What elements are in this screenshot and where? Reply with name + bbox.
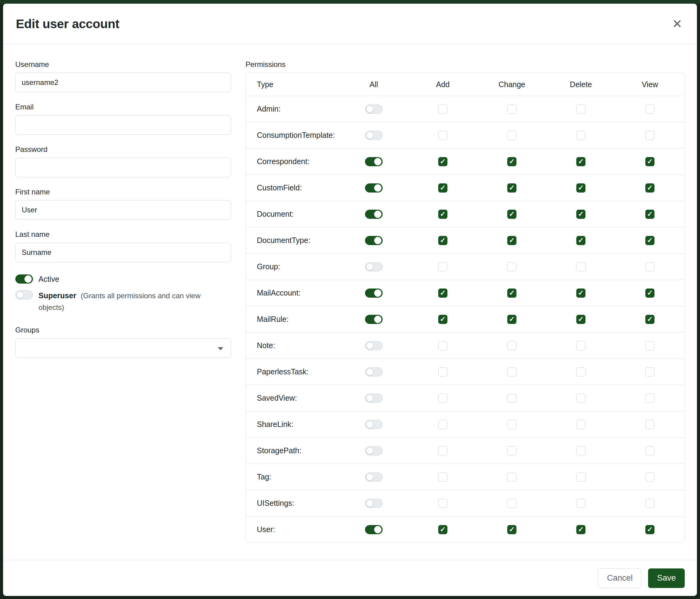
groups-select[interactable] bbox=[15, 338, 231, 358]
permission-view-checkbox[interactable] bbox=[645, 104, 654, 114]
modal-footer: Cancel Save bbox=[3, 560, 697, 596]
permission-change-checkbox[interactable] bbox=[507, 157, 517, 166]
permission-change-checkbox[interactable] bbox=[507, 525, 517, 534]
permission-change-checkbox[interactable] bbox=[507, 446, 517, 455]
permission-add-checkbox[interactable] bbox=[438, 446, 447, 455]
permission-delete-checkbox[interactable] bbox=[576, 473, 585, 482]
permission-change-checkbox[interactable] bbox=[507, 262, 517, 271]
permission-view-checkbox[interactable] bbox=[645, 525, 654, 534]
permission-change-checkbox[interactable] bbox=[507, 210, 517, 219]
email-input[interactable] bbox=[15, 115, 231, 135]
permission-delete-checkbox[interactable] bbox=[576, 446, 585, 455]
permission-all-toggle[interactable] bbox=[365, 183, 383, 193]
permission-all-toggle[interactable] bbox=[365, 393, 383, 403]
permission-change-checkbox[interactable] bbox=[507, 499, 517, 508]
permission-add-checkbox[interactable] bbox=[438, 367, 447, 377]
permission-delete-checkbox[interactable] bbox=[576, 341, 585, 350]
permission-view-checkbox[interactable] bbox=[645, 341, 654, 350]
permission-delete-checkbox[interactable] bbox=[576, 104, 585, 114]
permission-view-checkbox[interactable] bbox=[645, 262, 654, 271]
permission-view-checkbox[interactable] bbox=[645, 420, 654, 429]
permission-delete-checkbox[interactable] bbox=[576, 499, 585, 508]
modal-body: Username Email Password First name Last … bbox=[3, 44, 697, 560]
permission-add-checkbox[interactable] bbox=[438, 210, 447, 219]
permission-view-checkbox[interactable] bbox=[645, 393, 654, 403]
permission-delete-checkbox[interactable] bbox=[576, 131, 585, 140]
active-toggle[interactable] bbox=[15, 274, 33, 284]
permission-view-checkbox[interactable] bbox=[645, 473, 654, 482]
permission-add-checkbox[interactable] bbox=[438, 183, 447, 193]
permission-add-checkbox[interactable] bbox=[438, 315, 447, 324]
permission-view-checkbox[interactable] bbox=[645, 131, 654, 140]
permission-all-toggle[interactable] bbox=[365, 236, 383, 245]
permission-all-toggle[interactable] bbox=[365, 341, 383, 350]
permission-add-checkbox[interactable] bbox=[438, 262, 447, 271]
permission-add-checkbox[interactable] bbox=[438, 473, 447, 482]
permission-all-toggle[interactable] bbox=[365, 315, 383, 324]
permission-all-toggle[interactable] bbox=[365, 157, 383, 166]
permission-delete-checkbox[interactable] bbox=[576, 525, 585, 534]
permission-delete-checkbox[interactable] bbox=[576, 315, 585, 324]
permission-add-checkbox[interactable] bbox=[438, 157, 447, 166]
username-input[interactable] bbox=[15, 73, 231, 92]
permission-change-checkbox[interactable] bbox=[507, 473, 517, 482]
permission-add-checkbox[interactable] bbox=[438, 104, 447, 114]
permission-view-checkbox[interactable] bbox=[645, 183, 654, 193]
permission-add-checkbox[interactable] bbox=[438, 525, 447, 534]
permission-view-checkbox[interactable] bbox=[645, 236, 654, 245]
permission-all-toggle[interactable] bbox=[365, 473, 383, 482]
permission-add-checkbox[interactable] bbox=[438, 420, 447, 429]
permission-delete-checkbox[interactable] bbox=[576, 288, 585, 298]
permission-all-toggle[interactable] bbox=[365, 367, 383, 377]
permission-view-checkbox[interactable] bbox=[645, 499, 654, 508]
superuser-toggle[interactable] bbox=[15, 290, 33, 300]
permission-change-checkbox[interactable] bbox=[507, 288, 517, 298]
permission-all-toggle[interactable] bbox=[365, 288, 383, 298]
last-name-input[interactable] bbox=[15, 243, 231, 262]
permission-delete-checkbox[interactable] bbox=[576, 183, 585, 193]
permission-delete-checkbox[interactable] bbox=[576, 210, 585, 219]
permission-delete-checkbox[interactable] bbox=[576, 420, 585, 429]
permission-delete-checkbox[interactable] bbox=[576, 393, 585, 403]
permission-add-checkbox[interactable] bbox=[438, 499, 447, 508]
permission-view-checkbox[interactable] bbox=[645, 288, 654, 298]
permission-view-checkbox[interactable] bbox=[645, 210, 654, 219]
permission-all-toggle[interactable] bbox=[365, 210, 383, 219]
permission-all-toggle[interactable] bbox=[365, 499, 383, 508]
permission-change-checkbox[interactable] bbox=[507, 236, 517, 245]
permission-add-checkbox[interactable] bbox=[438, 288, 447, 298]
permission-change-checkbox[interactable] bbox=[507, 315, 517, 324]
permission-all-toggle[interactable] bbox=[365, 131, 383, 140]
permission-delete-checkbox[interactable] bbox=[576, 262, 585, 271]
permission-add-checkbox[interactable] bbox=[438, 131, 447, 140]
permission-all-toggle[interactable] bbox=[365, 525, 383, 534]
permission-change-checkbox[interactable] bbox=[507, 367, 517, 377]
permission-change-checkbox[interactable] bbox=[507, 183, 517, 193]
permission-row: Correspondent: bbox=[246, 148, 684, 174]
permission-delete-checkbox[interactable] bbox=[576, 157, 585, 166]
permission-change-checkbox[interactable] bbox=[507, 341, 517, 350]
permission-view-checkbox[interactable] bbox=[645, 367, 654, 377]
close-icon[interactable]: ✕ bbox=[670, 16, 684, 32]
permission-view-checkbox[interactable] bbox=[645, 315, 654, 324]
permission-view-checkbox[interactable] bbox=[645, 157, 654, 166]
permission-add-checkbox[interactable] bbox=[438, 393, 447, 403]
toggle-knob bbox=[366, 421, 374, 428]
save-button[interactable]: Save bbox=[648, 569, 685, 588]
permission-add-checkbox[interactable] bbox=[438, 236, 447, 245]
permission-add-checkbox[interactable] bbox=[438, 341, 447, 350]
permission-change-checkbox[interactable] bbox=[507, 104, 517, 114]
permission-all-toggle[interactable] bbox=[365, 104, 383, 114]
permission-change-checkbox[interactable] bbox=[507, 131, 517, 140]
permission-all-toggle[interactable] bbox=[365, 446, 383, 455]
first-name-input[interactable] bbox=[15, 200, 231, 220]
permission-delete-checkbox[interactable] bbox=[576, 367, 585, 377]
permission-all-toggle[interactable] bbox=[365, 262, 383, 271]
permission-change-checkbox[interactable] bbox=[507, 393, 517, 403]
permission-all-toggle[interactable] bbox=[365, 420, 383, 429]
permission-view-checkbox[interactable] bbox=[645, 446, 654, 455]
cancel-button[interactable]: Cancel bbox=[598, 569, 641, 588]
permission-delete-checkbox[interactable] bbox=[576, 236, 585, 245]
permission-change-checkbox[interactable] bbox=[507, 420, 517, 429]
password-input[interactable] bbox=[15, 158, 231, 177]
